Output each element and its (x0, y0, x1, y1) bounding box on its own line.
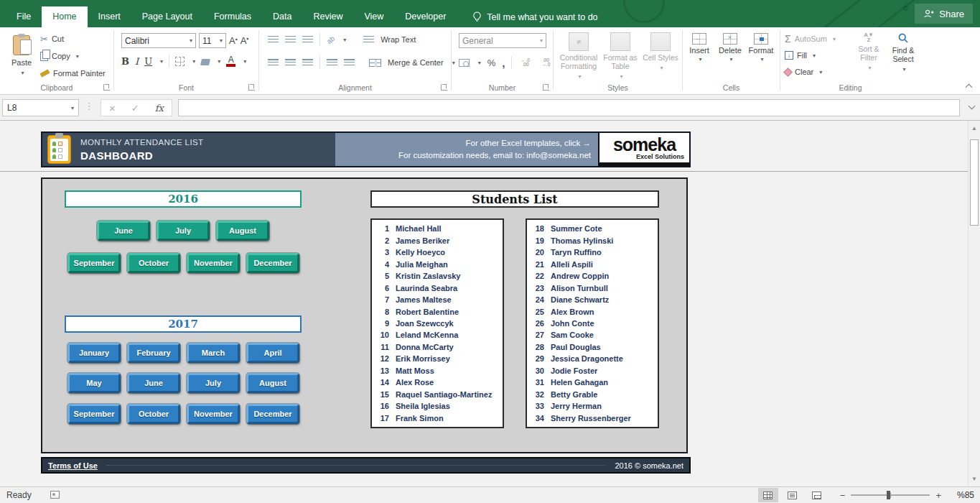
page-layout-view-button[interactable] (783, 488, 803, 502)
student-row[interactable]: 1 Michael Hall (372, 223, 503, 234)
student-row[interactable]: 19 Thomas Hylinski (527, 234, 658, 246)
month-button-2017[interactable]: May (67, 373, 121, 393)
month-button-2017[interactable]: August (246, 373, 299, 393)
tab-home[interactable]: Home (42, 6, 87, 27)
student-row[interactable]: 31 Helen Gahagan (527, 377, 658, 388)
student-row[interactable]: 11 Donna McCarty (372, 341, 503, 353)
orientation-icon[interactable]: ab (325, 34, 337, 45)
student-row[interactable]: 25 Alex Brown (527, 305, 658, 317)
number-dialog-launcher[interactable] (543, 84, 549, 91)
underline-button[interactable]: U (144, 56, 152, 67)
student-row[interactable]: 24 Diane Schwartz (527, 294, 658, 305)
paste-button[interactable]: Paste ▾ (6, 31, 37, 87)
student-row[interactable]: 20 Taryn Ruffino (527, 246, 658, 258)
format-painter-button[interactable]: Format Painter (40, 67, 106, 80)
month-button-2017[interactable]: January (67, 343, 121, 363)
tab-developer[interactable]: Developer (394, 6, 457, 27)
cancel-icon[interactable]: × (109, 102, 116, 114)
zoom-out-button[interactable]: − (840, 490, 846, 501)
share-button[interactable]: Share (915, 4, 973, 24)
align-center-icon[interactable] (285, 59, 296, 66)
enter-icon[interactable]: ✓ (131, 103, 139, 114)
student-row[interactable]: 10 Leland McKenna (372, 329, 503, 341)
tab-formulas[interactable]: Formulas (203, 6, 262, 27)
zoom-slider-thumb[interactable] (887, 491, 890, 499)
copy-button[interactable]: Copy▾ (40, 50, 106, 63)
align-left-icon[interactable] (268, 59, 279, 66)
decrease-decimal-button[interactable]: .00 →.0 (539, 58, 553, 67)
increase-decimal-button[interactable]: ←.0 .00 (518, 58, 532, 67)
comma-style-button[interactable]: , (502, 57, 505, 69)
month-button-2016[interactable]: October (127, 253, 180, 273)
increase-indent-icon[interactable] (344, 59, 355, 66)
cell-styles-button[interactable]: Cell Styles▾ (640, 32, 681, 73)
percent-style-button[interactable]: % (487, 57, 496, 68)
fill-button[interactable]: ↓Fill▾ (785, 49, 836, 62)
month-button-2017[interactable]: September (67, 404, 121, 424)
align-middle-icon[interactable] (285, 36, 296, 43)
clear-button[interactable]: Clear▾ (785, 65, 836, 78)
month-button-2017[interactable]: February (127, 343, 180, 363)
zoom-level[interactable]: %85 (950, 490, 974, 500)
zoom-in-button[interactable]: + (935, 490, 941, 501)
worksheet[interactable]: ✓ MONTHLY ATTENDANCE LIST DASHBOARD For … (0, 121, 968, 486)
student-row[interactable]: 2 James Beriker (372, 234, 503, 246)
accounting-format-icon[interactable] (459, 59, 470, 67)
italic-button[interactable]: I (135, 56, 139, 67)
month-button-2016[interactable]: September (67, 253, 121, 273)
scroll-up-arrow[interactable]: ▲ (969, 125, 980, 131)
student-row[interactable]: 15 Raquel Santiago-Martinez (372, 389, 503, 400)
month-button-2017[interactable]: October (127, 404, 180, 424)
insert-function-icon[interactable]: fx (155, 103, 164, 114)
font-color-icon[interactable]: A (226, 56, 235, 67)
student-row[interactable]: 4 Julia Meighan (372, 258, 503, 269)
tab-view[interactable]: View (353, 6, 394, 27)
month-button-2017[interactable]: April (246, 343, 299, 363)
student-row[interactable]: 34 Sherry Russenberger (527, 412, 658, 424)
student-row[interactable]: 29 Jessica Dragonette (527, 353, 658, 364)
promo-line-2[interactable]: For customization needs, email to: info@… (398, 149, 591, 162)
expand-formula-bar-chevron[interactable] (969, 103, 976, 110)
delete-cells-button[interactable]: × Delete ▾ (715, 33, 745, 63)
format-cells-button[interactable]: Format ▾ (746, 33, 776, 63)
student-row[interactable]: 18 Summer Cote (527, 223, 658, 234)
student-row[interactable]: 9 Joan Szewccyk (372, 318, 503, 329)
decrease-indent-icon[interactable] (327, 59, 337, 66)
tab-data[interactable]: Data (262, 6, 302, 27)
align-top-icon[interactable] (268, 36, 279, 43)
clipboard-dialog-launcher[interactable] (103, 84, 110, 91)
find-select-button[interactable]: Find & Select▾ (887, 32, 920, 74)
month-button-2016[interactable]: June (97, 221, 150, 241)
student-row[interactable]: 6 Laurinda Seabra (372, 282, 503, 293)
student-row[interactable]: 13 Matt Moss (372, 365, 503, 377)
promo-line-1[interactable]: For other Excel templates, click → (466, 137, 591, 149)
font-size-select[interactable]: 11▾ (199, 33, 226, 48)
macro-record-icon[interactable] (50, 491, 60, 499)
student-row[interactable]: 12 Erik Morrissey (372, 353, 503, 364)
terms-of-use-link[interactable]: Terms of Use (48, 461, 98, 470)
conditional-formatting-button[interactable]: ≠ Conditional Formatting▾ (558, 32, 599, 81)
student-row[interactable]: 33 Jerry Herman (527, 400, 658, 412)
student-row[interactable]: 30 Jodie Foster (527, 365, 658, 377)
name-box[interactable]: L8▾ (2, 99, 79, 116)
increase-font-size-button[interactable]: A▴ (229, 35, 238, 46)
month-button-2016[interactable]: July (157, 221, 210, 241)
formula-input[interactable] (178, 99, 960, 116)
tab-insert[interactable]: Insert (88, 6, 131, 27)
month-button-2016[interactable]: November (187, 253, 240, 273)
month-button-2016[interactable]: August (216, 221, 269, 241)
student-row[interactable]: 28 Paul Douglas (527, 341, 658, 353)
collapse-ribbon-chevron[interactable] (966, 84, 973, 91)
align-right-icon[interactable] (302, 59, 313, 66)
tab-review[interactable]: Review (302, 6, 353, 27)
font-family-select[interactable]: Calibri▾ (121, 33, 196, 48)
insert-cells-button[interactable]: ← Insert ▾ (684, 33, 714, 63)
student-row[interactable]: 17 Frank Simon (372, 412, 503, 424)
number-format-select[interactable]: General▾ (459, 33, 546, 48)
month-button-2016[interactable]: December (246, 253, 299, 273)
student-row[interactable]: 27 Sam Cooke (527, 329, 658, 341)
month-button-2017[interactable]: November (187, 404, 240, 424)
tab-page-layout[interactable]: Page Layout (131, 6, 203, 27)
month-button-2017[interactable]: March (187, 343, 240, 363)
month-button-2017[interactable]: July (187, 373, 240, 393)
